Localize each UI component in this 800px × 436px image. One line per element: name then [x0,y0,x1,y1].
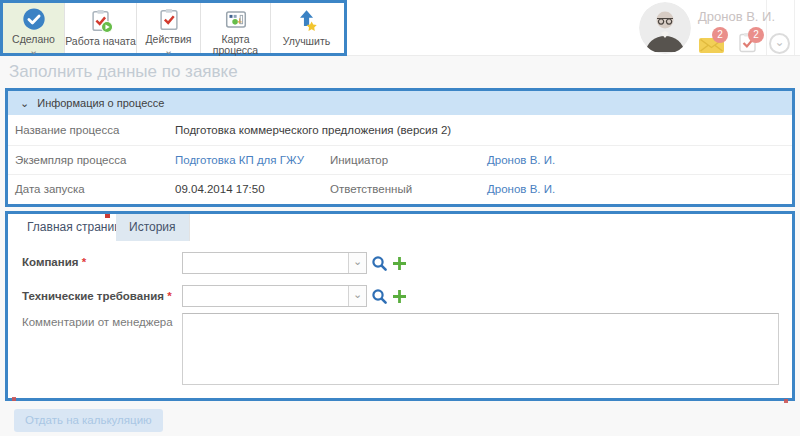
messages-badge: 2 [712,27,728,43]
process-instance-link[interactable]: Подготовка КП для ГЖУ [175,154,330,166]
process-info-header[interactable]: ⌄ Информация о процессе [8,91,792,115]
tech-requirements-search-icon[interactable] [371,288,388,309]
send-to-calculation-button[interactable]: Отдать на калькуляцию [14,409,163,432]
tech-requirements-label: Технические требования * [22,290,172,302]
improve-arrow-star-icon [294,7,320,35]
company-combobox[interactable]: ⌄ [182,252,367,274]
process-info-panel: ⌄ Информация о процессе Название процесс… [5,88,795,207]
table-row: Название процесса Подготовка коммерческо… [8,115,792,145]
top-bar: Сделано ⌄ Работа начата [0,0,800,56]
required-asterisk: * [167,290,171,302]
tasks-badge: 2 [748,27,764,43]
start-date-label: Дата запуска [15,183,175,195]
header-separator [794,0,795,55]
manager-comments-textarea[interactable] [182,313,779,385]
improve-button-label: Улучшить [283,36,330,47]
company-add-icon[interactable] [392,256,407,275]
tab-modified-mark [105,214,110,218]
combo-chevron-icon[interactable]: ⌄ [348,253,366,273]
responsible-link[interactable]: Дронов В. И. [487,183,792,195]
process-info-title: Информация о процессе [37,97,164,109]
work-started-button-label: Работа начата [65,36,136,47]
actions-button[interactable]: Действия ⌄ [137,3,201,53]
tech-requirements-add-icon[interactable] [392,289,407,308]
task-page: Сделано ⌄ Работа начата [0,0,800,436]
process-instance-label: Экземпляр процесса [15,154,175,166]
company-search-icon[interactable] [371,255,388,276]
chevron-down-icon: ⌄ [164,46,173,54]
improve-button[interactable]: Улучшить [271,3,342,53]
process-map-icon [223,7,249,33]
tech-requirements-combobox[interactable]: ⌄ [182,285,367,307]
chevron-down-icon: ⌄ [29,46,38,54]
company-label: Компания * [22,256,86,268]
actions-clipboard-icon [156,7,182,33]
work-started-button[interactable]: Работа начата [65,3,137,53]
manager-comments-label: Комментарии от менеджера [22,316,173,328]
combo-chevron-icon[interactable]: ⌄ [348,286,366,306]
initiator-label: Инициатор [330,154,487,166]
process-map-button[interactable]: Карта процесса [201,3,271,53]
annotation-handle [784,399,788,403]
work-started-clipboard-icon [88,7,114,35]
page-title: Заполнить данные по заявке [9,62,238,82]
start-date-value: 09.04.2014 17:50 [175,183,330,195]
task-toolbar: Сделано ⌄ Работа начата [0,0,347,56]
chevron-down-icon: ⌄ [774,35,784,49]
annotation-handle [12,397,16,401]
tab-history[interactable]: История [116,214,190,241]
table-row: Дата запуска 09.04.2014 17:50 Ответствен… [8,174,792,204]
responsible-label: Ответственный [330,183,487,195]
process-name-label: Название процесса [15,124,175,136]
initiator-link[interactable]: Дронов В. И. [487,154,792,166]
table-row: Экземпляр процесса Подготовка КП для ГЖУ… [8,145,792,175]
user-name[interactable]: Дронов В. И. [698,9,775,24]
tab-bar: Главная страница История [8,214,792,241]
collapse-chevron-icon: ⌄ [20,98,29,108]
process-name-value: Подготовка коммерческого предложения (ве… [175,124,792,136]
avatar[interactable] [639,2,691,54]
done-check-circle-icon [21,7,47,33]
user-menu-button[interactable]: ⌄ [769,33,790,54]
process-map-button-label: Карта процесса [207,34,265,56]
task-form-panel: Главная страница История Компания * ⌄ Те… [5,211,795,401]
required-asterisk: * [82,256,86,268]
done-button[interactable]: Сделано ⌄ [3,3,65,53]
